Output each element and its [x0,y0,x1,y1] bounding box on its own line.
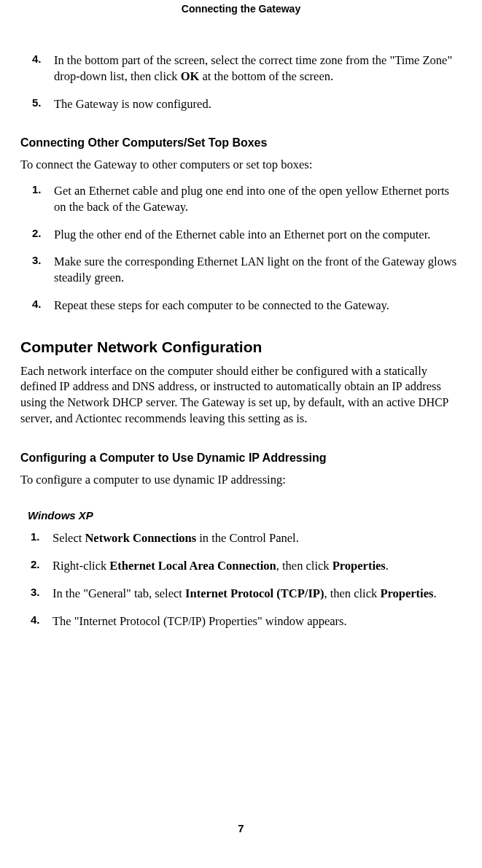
section-heading-dynamic-ip: Configuring a Computer to Use Dynamic IP… [20,452,462,465]
list-item: 1. Get an Ethernet cable and plug one en… [29,183,462,215]
step-number: 4. [29,298,54,314]
page-header: Connecting the Gateway [20,0,462,53]
main-paragraph: Each network interface on the computer s… [20,363,462,427]
step-number: 1. [28,530,53,546]
step-text: Plug the other end of the Ethernet cable… [54,227,462,243]
list-item: 3. In the "General" tab, select Internet… [28,586,462,602]
step-number: 4. [28,613,53,629]
step-text: Repeat these steps for each computer to … [54,298,462,314]
step-number: 1. [29,183,54,215]
list-item: 3. Make sure the corresponding Ethernet … [29,254,462,286]
step-text: Select Network Connections in the Contro… [53,530,462,546]
step-text: Right-click Ethernet Local Area Connecti… [53,558,462,574]
step-text: In the bottom part of the screen, select… [54,53,462,85]
list-item: 1. Select Network Connections in the Con… [28,530,462,546]
step-text: The Gateway is now configured. [54,96,462,112]
step-number: 5. [29,96,54,112]
section1-steps-list: 1. Get an Ethernet cable and plug one en… [20,183,462,314]
step-text: Make sure the corresponding Ethernet LAN… [54,254,462,286]
step-number: 2. [28,558,53,574]
winxp-heading: Windows XP [20,509,462,522]
section2-intro: To configure a computer to use dynamic I… [20,472,462,488]
step-number: 2. [29,227,54,243]
list-item: 4. In the bottom part of the screen, sel… [29,53,462,85]
list-item: 2. Plug the other end of the Ethernet ca… [29,227,462,243]
step-number: 4. [29,53,54,85]
step-text: In the "General" tab, select Internet Pr… [53,586,462,602]
list-item: 4. Repeat these steps for each computer … [29,298,462,314]
list-item: 4. The "Internet Protocol (TCP/IP) Prope… [28,613,462,629]
main-heading-computer-network: Computer Network Configuration [20,338,462,356]
step-text: The "Internet Protocol (TCP/IP) Properti… [53,613,462,629]
list-item: 2. Right-click Ethernet Local Area Conne… [28,558,462,574]
winxp-steps-list: 1. Select Network Connections in the Con… [20,530,462,629]
step-text: Get an Ethernet cable and plug one end i… [54,183,462,215]
list-item: 5. The Gateway is now configured. [29,96,462,112]
section-intro: To connect the Gateway to other computer… [20,157,462,173]
top-steps-list: 4. In the bottom part of the screen, sel… [20,53,462,112]
step-number: 3. [28,586,53,602]
step-number: 3. [29,254,54,286]
section-heading-connecting-other: Connecting Other Computers/Set Top Boxes [20,136,462,150]
page-number: 7 [0,822,482,834]
